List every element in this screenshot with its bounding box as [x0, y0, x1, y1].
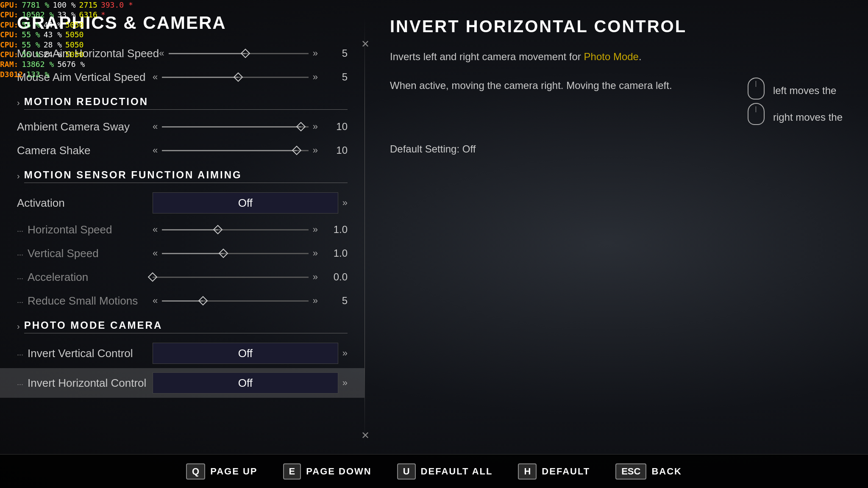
debug-overlay: GPU:7781 %100 %2715393.0 * CPU:10502 %33…: [0, 0, 133, 79]
slider-value: 10: [322, 144, 348, 156]
slider-mouse-aim-v[interactable]: « » 5: [153, 71, 348, 83]
setting-row-acceleration: ···Acceleration » 0.0: [0, 265, 364, 289]
description-text-part1: Inverts left and right camera movement f…: [390, 51, 584, 62]
slider-track: [162, 150, 309, 151]
key-q: Q: [186, 463, 205, 480]
sub-icon: ···: [17, 227, 23, 235]
toolbar-item-default-all[interactable]: U DEFAULT ALL: [397, 463, 493, 480]
setting-label-activation: Activation: [17, 197, 153, 210]
slider-left-arrow[interactable]: «: [153, 121, 158, 132]
sep-mark-top: ✕: [361, 38, 370, 50]
slider-left-arrow[interactable]: «: [153, 224, 158, 235]
section-title-motion-sensor: MOTION SENSOR FUNCTION AIMING: [24, 169, 348, 183]
slider-right-arrow[interactable]: »: [313, 72, 318, 83]
slider-right-arrow[interactable]: »: [313, 224, 318, 235]
select-box-invert-v[interactable]: Off: [153, 343, 338, 364]
toolbar-label-page-up: PAGE UP: [210, 466, 257, 477]
description-photo-mode-highlight: Photo Mode: [584, 51, 639, 62]
slider-thumb: [219, 249, 228, 258]
slider-right-arrow[interactable]: »: [313, 121, 318, 132]
slider-track: [153, 277, 309, 278]
slider-acceleration[interactable]: » 0.0: [153, 271, 348, 283]
description-body: Inverts left and right camera movement f…: [390, 49, 843, 65]
select-invert-v[interactable]: Off »: [153, 343, 348, 364]
slider-left-arrow[interactable]: «: [153, 295, 158, 306]
description-title: INVERT HORIZONTAL CONTROL: [390, 17, 843, 36]
slider-value: 1.0: [322, 247, 348, 259]
panel-separator: [364, 17, 365, 446]
toolbar-label-back: BACK: [651, 466, 682, 477]
setting-row-invert-h: ···Invert Horizontal Control Off »: [0, 368, 364, 398]
slider-h-speed[interactable]: « » 1.0: [153, 224, 348, 236]
mouse-button-line: [756, 81, 756, 87]
sub-icon: ···: [17, 274, 23, 283]
slider-thumb: [234, 72, 243, 82]
slider-right-arrow[interactable]: »: [313, 248, 318, 259]
slider-reduce-small[interactable]: « » 5: [153, 295, 348, 307]
description-panel: INVERT HORIZONTAL CONTROL Inverts left a…: [364, 0, 868, 454]
detail-right-line2: right moves the: [773, 104, 843, 130]
description-detail-left: When active, moving the camera right. Mo…: [390, 78, 739, 94]
slider-fill: [162, 253, 223, 254]
mouse-icons-container: [748, 78, 765, 125]
select-activation[interactable]: Off »: [153, 192, 348, 214]
section-title-motion-reduction: MOTION REDUCTION: [24, 96, 348, 110]
slider-left-arrow[interactable]: «: [159, 48, 164, 59]
slider-value: 0.0: [322, 271, 348, 283]
slider-mouse-aim-h[interactable]: « » 5: [159, 47, 348, 59]
setting-row-invert-v: ···Invert Vertical Control Off »: [0, 338, 364, 368]
slider-right-arrow[interactable]: »: [313, 145, 318, 156]
slider-left-arrow[interactable]: «: [153, 145, 158, 156]
slider-right-arrow[interactable]: »: [313, 272, 318, 283]
sub-icon: ···: [17, 350, 23, 359]
setting-label-camera-shake: Camera Shake: [17, 144, 153, 157]
key-h: H: [518, 463, 537, 480]
slider-value: 1.0: [322, 224, 348, 236]
slider-v-speed[interactable]: « » 1.0: [153, 247, 348, 259]
setting-label-reduce-small: ···Reduce Small Motions: [17, 294, 153, 308]
select-right-arrow[interactable]: »: [342, 377, 348, 388]
select-box-invert-h[interactable]: Off: [153, 372, 338, 394]
slider-ambient-sway[interactable]: « » 10: [153, 121, 348, 133]
sub-icon: ···: [17, 380, 23, 388]
toolbar-item-page-up[interactable]: Q PAGE UP: [186, 463, 258, 480]
slider-value: 5: [322, 71, 348, 83]
slider-camera-shake[interactable]: « » 10: [153, 144, 348, 156]
slider-right-arrow[interactable]: »: [313, 48, 318, 59]
description-text-part2: .: [639, 51, 642, 62]
select-box-activation[interactable]: Off: [153, 192, 338, 214]
section-header-motion-sensor: › MOTION SENSOR FUNCTION AIMING: [0, 166, 364, 186]
slider-track: [162, 126, 309, 128]
slider-left-arrow[interactable]: «: [153, 248, 158, 259]
setting-row-h-speed: ···Horizontal Speed « » 1.0: [0, 218, 364, 241]
select-invert-h[interactable]: Off »: [153, 372, 348, 394]
toolbar-item-page-down[interactable]: E PAGE DOWN: [283, 463, 372, 480]
slider-fill: [162, 150, 297, 151]
section-arrow: ›: [17, 171, 20, 181]
slider-fill: [162, 229, 217, 230]
toolbar-label-default: DEFAULT: [542, 466, 590, 477]
slider-right-arrow[interactable]: »: [313, 295, 318, 306]
setting-label-invert-v: ···Invert Vertical Control: [17, 347, 153, 360]
setting-label-h-speed: ···Horizontal Speed: [17, 223, 153, 236]
section-title-photo-mode: PHOTO MODE CAMERA: [24, 319, 348, 333]
toolbar-item-back[interactable]: ESC BACK: [615, 463, 682, 480]
slider-thumb: [198, 296, 208, 306]
slider-value: 5: [322, 47, 348, 59]
slider-left-arrow[interactable]: «: [153, 72, 158, 83]
section-header-motion-reduction: › MOTION REDUCTION: [0, 92, 364, 113]
select-right-arrow[interactable]: »: [342, 348, 348, 359]
slider-thumb: [213, 225, 223, 235]
key-e: E: [283, 463, 301, 480]
slider-fill: [162, 77, 238, 78]
select-right-arrow[interactable]: »: [342, 197, 348, 208]
section-header-photo-mode: › PHOTO MODE CAMERA: [0, 316, 364, 337]
slider-track: [162, 300, 309, 302]
setting-label-acceleration: ···Acceleration: [17, 271, 153, 284]
sub-icon: ···: [17, 250, 23, 259]
mouse-icon-bottom: [748, 103, 765, 125]
detail-right-line1: left moves the: [773, 78, 843, 104]
section-arrow: ›: [17, 322, 20, 331]
toolbar-item-default[interactable]: H DEFAULT: [518, 463, 590, 480]
slider-track: [169, 53, 309, 54]
